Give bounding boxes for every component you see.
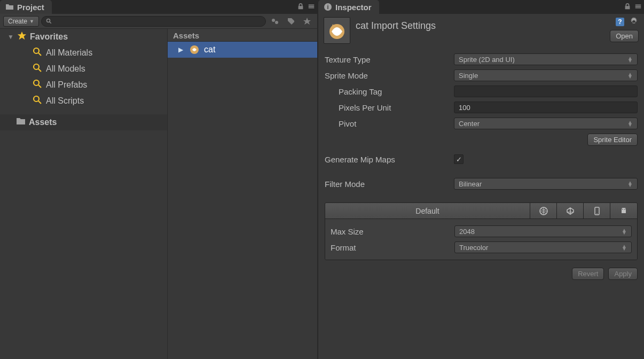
updown-icon: ▲▼: [622, 229, 627, 234]
updown-icon: ▲▼: [627, 57, 633, 62]
project-list: Assets ▶ cat: [168, 29, 317, 359]
project-tree: ▼ Favorites All Materials All Models All…: [0, 29, 168, 359]
search-icon: [32, 95, 43, 107]
fav-label: All Prefabs: [46, 80, 87, 90]
dropdown-filter-mode[interactable]: Bilinear▲▼: [454, 178, 638, 190]
project-tab-header: Project: [0, 0, 317, 14]
platform-tab-web[interactable]: [530, 203, 557, 218]
search-input[interactable]: [41, 16, 266, 27]
platform-tab-standalone[interactable]: [557, 203, 584, 218]
input-packing-tag[interactable]: [454, 85, 638, 97]
asset-title: cat Import Settings: [356, 17, 604, 32]
dropdown-pivot[interactable]: Center▲▼: [454, 118, 638, 129]
dropdown-max-size[interactable]: 2048▲▼: [454, 225, 632, 237]
fav-all-scripts[interactable]: All Scripts: [0, 93, 167, 109]
label-format: Format: [331, 243, 454, 252]
search-icon: [32, 63, 43, 75]
open-button[interactable]: Open: [610, 30, 639, 42]
dropdown-format[interactable]: Truecolor▲▼: [454, 241, 632, 253]
fav-all-models[interactable]: All Models: [0, 61, 167, 77]
svg-point-0: [46, 19, 50, 22]
fav-all-prefabs[interactable]: All Prefabs: [0, 77, 167, 93]
help-icon[interactable]: ?: [615, 17, 625, 27]
row-sprite-mode: Sprite Mode Single▲▼: [325, 67, 638, 83]
project-panel: Project Create ▼ ▼ Favorites All Materia…: [0, 0, 318, 359]
platform-tabs: Default: [325, 203, 637, 219]
fav-label: All Models: [46, 64, 85, 74]
label-pivot: Pivot: [325, 119, 454, 128]
svg-text:?: ?: [618, 18, 622, 26]
label-ppu: Pixels Per Unit: [325, 103, 454, 112]
svg-point-6: [34, 96, 39, 102]
svg-point-16: [622, 209, 623, 210]
updown-icon: ▲▼: [622, 245, 627, 250]
asset-thumb-icon: [189, 44, 200, 55]
filter-type-icon[interactable]: [268, 15, 282, 27]
platform-tab-ios[interactable]: [584, 203, 610, 218]
asset-name: cat: [204, 45, 215, 54]
asset-preview-thumb: [324, 17, 350, 44]
search-icon: [32, 79, 43, 91]
updown-icon: ▲▼: [627, 73, 633, 78]
inspector-tab-label: Inspector: [335, 3, 372, 12]
svg-point-5: [34, 80, 39, 85]
platform-tab-default[interactable]: Default: [325, 203, 530, 218]
gear-icon[interactable]: [629, 17, 639, 27]
row-format: Format Truecolor▲▼: [331, 239, 632, 255]
favorites-header[interactable]: ▼ Favorites: [0, 29, 167, 45]
revert-button[interactable]: Revert: [572, 268, 604, 280]
row-filter-mode: Filter Mode Bilinear▲▼: [325, 176, 638, 192]
info-icon: i: [324, 3, 332, 11]
project-toolbar: Create ▼: [0, 14, 317, 29]
asset-cat[interactable]: ▶ cat: [168, 42, 317, 58]
apply-button[interactable]: Apply: [608, 268, 638, 280]
panel-menu-icon[interactable]: [634, 3, 642, 12]
checkbox-mipmaps[interactable]: ✓: [454, 154, 464, 164]
row-pivot: Pivot Center▲▼: [325, 115, 638, 131]
inspector-panel: i Inspector cat Import Settings ? Open T…: [318, 0, 644, 359]
label-sprite-mode: Sprite Mode: [325, 71, 454, 80]
inspector-tab-header: i Inspector: [318, 0, 644, 14]
sprite-editor-button[interactable]: Sprite Editor: [587, 134, 638, 146]
inspector-tab[interactable]: i Inspector: [318, 0, 379, 14]
asset-header: cat Import Settings ? Open: [318, 14, 644, 46]
fav-all-materials[interactable]: All Materials: [0, 45, 167, 61]
row-packing-tag: Packing Tag: [325, 83, 638, 99]
foldout-icon: ▶: [178, 46, 185, 53]
favorite-save-icon[interactable]: [300, 15, 314, 27]
project-tab[interactable]: Project: [0, 0, 52, 14]
label-filter-mode: Filter Mode: [325, 180, 454, 189]
dropdown-sprite-mode[interactable]: Single▲▼: [454, 69, 638, 81]
foldout-icon: ▼: [7, 33, 14, 41]
create-label: Create: [8, 18, 27, 25]
folder-icon: [5, 3, 14, 11]
favorites-label: Favorites: [30, 32, 68, 42]
svg-point-3: [34, 48, 39, 53]
label-mipmaps: Generate Mip Maps: [325, 155, 454, 164]
svg-point-1: [272, 19, 275, 22]
project-tab-label: Project: [17, 3, 44, 12]
panel-menu-icon[interactable]: [308, 3, 315, 12]
lock-icon[interactable]: [297, 3, 304, 12]
star-icon: [17, 31, 27, 43]
label-texture-type: Texture Type: [325, 55, 454, 64]
assets-root[interactable]: Assets: [0, 114, 167, 130]
label-max-size: Max Size: [331, 227, 454, 236]
create-button[interactable]: Create ▼: [3, 16, 39, 27]
filter-label-icon[interactable]: [284, 15, 298, 27]
svg-text:i: i: [327, 4, 328, 10]
dropdown-texture-type[interactable]: Sprite (2D and UI)▲▼: [454, 53, 638, 65]
search-icon: [32, 46, 43, 59]
label-packing-tag: Packing Tag: [325, 87, 454, 96]
platform-tab-android[interactable]: [610, 203, 637, 218]
updown-icon: ▲▼: [627, 121, 633, 126]
list-header[interactable]: Assets: [168, 29, 317, 42]
chevron-down-icon: ▼: [29, 19, 34, 24]
folder-icon: [16, 116, 26, 128]
row-max-size: Max Size 2048▲▼: [331, 223, 632, 239]
svg-point-15: [596, 213, 598, 214]
inspector-body: cat Import Settings ? Open Texture Type …: [318, 14, 644, 359]
lock-icon[interactable]: [624, 3, 631, 12]
input-ppu[interactable]: [454, 102, 638, 113]
svg-point-2: [275, 21, 278, 24]
